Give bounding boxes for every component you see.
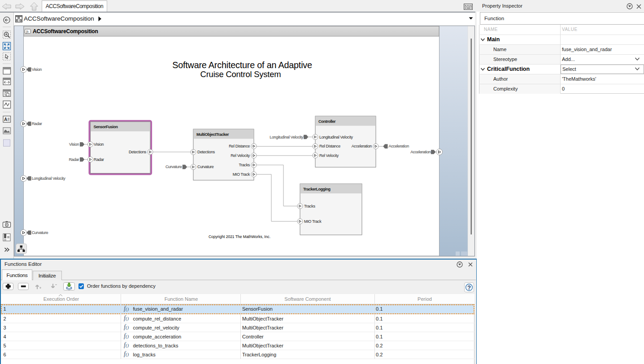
svg-text:Detections: Detections <box>197 150 215 154</box>
svg-text:MultiObjectTracker: MultiObjectTracker <box>196 132 229 137</box>
svg-text:Curvature: Curvature <box>197 165 214 169</box>
svg-text:Longitudinal Velocity: Longitudinal Velocity <box>270 135 304 139</box>
svg-text:Tracks: Tracks <box>304 204 315 208</box>
svg-text:Rel Distance: Rel Distance <box>229 144 250 148</box>
svg-text:?: ? <box>467 284 471 290</box>
svg-text:Rel Velocity: Rel Velocity <box>231 153 250 158</box>
svg-text:Controller: Controller <box>318 119 336 124</box>
svg-text:MIO Track: MIO Track <box>304 219 322 224</box>
svg-text:Vision: Vision <box>32 67 42 72</box>
svg-text:Acceleration: Acceleration <box>352 144 372 148</box>
svg-text:Rel Distance: Rel Distance <box>319 144 340 148</box>
svg-text:Rel Velocity: Rel Velocity <box>319 153 339 158</box>
svg-text:Copyright 2021 The MathWorks,: Copyright 2021 The MathWorks, Inc. <box>209 234 270 239</box>
svg-text:Curvature: Curvature <box>32 230 48 235</box>
svg-text:Acceleration: Acceleration <box>410 150 431 154</box>
svg-text:MIO Track: MIO Track <box>233 172 250 177</box>
svg-text:Radar: Radar <box>94 157 104 162</box>
svg-text:Vision: Vision <box>69 142 79 147</box>
svg-text:Cruise Control System: Cruise Control System <box>200 69 281 79</box>
svg-text:Curvature: Curvature <box>165 165 182 169</box>
svg-text:Tracks: Tracks <box>239 163 250 167</box>
svg-text:Longitudinal Velocity: Longitudinal Velocity <box>32 176 66 181</box>
svg-text:SensorFusion: SensorFusion <box>94 125 118 129</box>
svg-text:ACCSoftwareComposition: ACCSoftwareComposition <box>33 28 98 35</box>
svg-text:Radar: Radar <box>32 121 42 126</box>
svg-text:Longitudinal Velocity: Longitudinal Velocity <box>319 135 353 139</box>
svg-text:TrackerLogging: TrackerLogging <box>303 187 331 191</box>
svg-text:A: A <box>4 117 7 122</box>
svg-text:Radar: Radar <box>69 157 79 162</box>
svg-text:Detections: Detections <box>129 150 147 154</box>
svg-text:Software Architecture of an Ad: Software Architecture of an Adaptive <box>172 60 312 70</box>
svg-text:Acceleration: Acceleration <box>389 144 409 148</box>
svg-text:fx: fx <box>26 30 29 34</box>
svg-text:Vision: Vision <box>94 142 104 147</box>
